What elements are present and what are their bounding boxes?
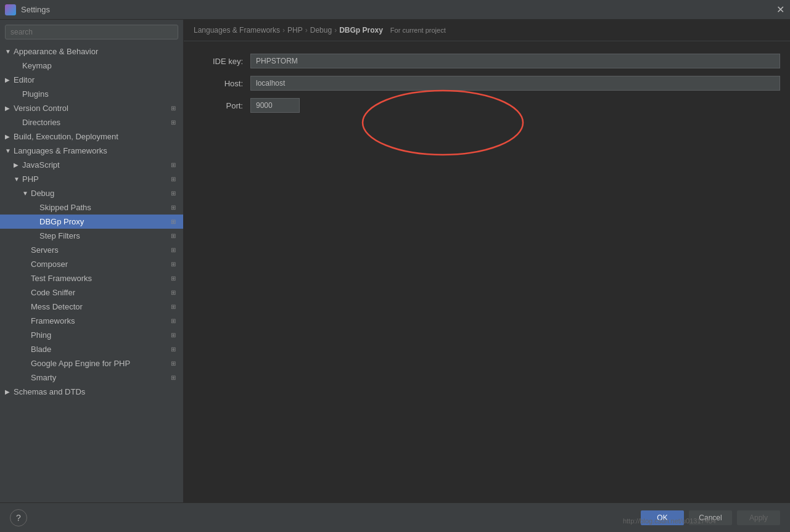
sync-icon: ⊞ <box>168 289 178 296</box>
sidebar-item-mess-detector[interactable]: Mess Detector ⊞ <box>0 300 183 314</box>
sidebar-item-label: Keymap <box>22 61 178 70</box>
sidebar-item-appearance[interactable]: Appearance & Behavior <box>0 44 183 59</box>
sync-icon: ⊞ <box>168 204 178 211</box>
bottom-bar: ? OK Cancel Apply <box>0 502 790 532</box>
host-row: Host: <box>194 76 780 91</box>
settings-content: IDE key: Host: Port: <box>184 41 790 125</box>
sidebar-item-keymap[interactable]: Keymap <box>0 59 183 73</box>
sidebar-item-label: Build, Execution, Deployment <box>14 132 178 141</box>
breadcrumb-sep: › <box>305 26 308 35</box>
breadcrumb-part-3: Debug <box>310 26 332 35</box>
sidebar-item-dbgp-proxy[interactable]: DBGp Proxy ⊞ <box>0 215 183 229</box>
close-button[interactable]: ✕ <box>775 5 785 15</box>
settings-form: IDE key: Host: Port: <box>184 41 790 125</box>
sidebar-item-debug[interactable]: Debug ⊞ <box>0 186 183 200</box>
sidebar-item-label: Frameworks <box>31 316 168 325</box>
host-input[interactable] <box>250 76 780 91</box>
sidebar-item-label: Mess Detector <box>31 302 168 311</box>
sync-icon: ⊞ <box>168 105 178 112</box>
arrow-icon <box>5 388 14 395</box>
ide-key-row: IDE key: <box>194 54 780 68</box>
sidebar-item-php[interactable]: PHP ⊞ <box>0 172 183 186</box>
ide-key-input[interactable] <box>250 54 780 68</box>
sidebar-item-google-app-engine[interactable]: Google App Engine for PHP ⊞ <box>0 356 183 370</box>
title-bar-left: Settings <box>5 4 50 15</box>
sidebar-item-label: Schemas and DTDs <box>14 387 178 396</box>
sync-icon: ⊞ <box>168 119 178 126</box>
sidebar-item-label: Test Frameworks <box>31 274 168 283</box>
sidebar-item-languages[interactable]: Languages & Frameworks <box>0 144 183 158</box>
sidebar-item-directories[interactable]: Directories ⊞ <box>0 115 183 129</box>
sidebar-item-frameworks[interactable]: Frameworks ⊞ <box>0 314 183 328</box>
sidebar-item-label: Version Control <box>14 104 168 113</box>
breadcrumb-part-2: PHP <box>287 26 303 35</box>
arrow-icon <box>14 162 22 168</box>
sidebar-item-label: Appearance & Behavior <box>14 47 178 56</box>
breadcrumb-current: DBGp Proxy <box>339 26 383 35</box>
sidebar-item-label: Phing <box>31 330 168 340</box>
sidebar-item-label: Code Sniffer <box>31 288 168 297</box>
sidebar-item-label: Debug <box>31 189 168 198</box>
sync-icon: ⊞ <box>168 317 178 324</box>
arrow-icon <box>5 48 14 55</box>
sidebar-item-label: Directories <box>22 118 168 127</box>
arrow-icon <box>22 190 31 197</box>
sync-icon: ⊞ <box>168 261 178 268</box>
title-bar: Settings ✕ <box>0 0 790 20</box>
sidebar-item-label: Skipped Paths <box>39 203 168 212</box>
sidebar-item-composer[interactable]: Composer ⊞ <box>0 257 183 271</box>
sidebar-item-editor[interactable]: Editor <box>0 73 183 87</box>
sidebar-item-label: Servers <box>31 245 168 255</box>
sidebar-item-label: Google App Engine for PHP <box>31 359 168 368</box>
sidebar-item-schemas-dtds[interactable]: Schemas and DTDs <box>0 385 183 399</box>
cancel-button[interactable]: Cancel <box>689 510 732 525</box>
host-label: Host: <box>194 79 243 88</box>
sidebar-item-step-filters[interactable]: Step Filters ⊞ <box>0 229 183 243</box>
search-input[interactable] <box>5 25 178 39</box>
apply-button[interactable]: Apply <box>737 510 780 525</box>
arrow-icon <box>5 147 14 154</box>
sidebar-item-phing[interactable]: Phing ⊞ <box>0 328 183 342</box>
sidebar-item-label: Smarty <box>31 373 168 382</box>
port-label: Port: <box>194 101 243 110</box>
sidebar-item-plugins[interactable]: Plugins <box>0 87 183 101</box>
arrow-icon <box>5 105 14 112</box>
sidebar-item-smarty[interactable]: Smarty ⊞ <box>0 370 183 385</box>
sync-icon: ⊞ <box>168 218 178 225</box>
port-row: Port: <box>194 98 780 113</box>
sidebar-item-servers[interactable]: Servers ⊞ <box>0 243 183 257</box>
sync-icon: ⊞ <box>168 275 178 282</box>
sync-icon: ⊞ <box>168 360 178 367</box>
sidebar-item-label: DBGp Proxy <box>39 217 168 226</box>
ok-button[interactable]: OK <box>641 510 684 525</box>
sync-icon: ⊞ <box>168 176 178 182</box>
breadcrumb-sep: › <box>282 26 285 35</box>
sidebar-item-label: Step Filters <box>39 231 168 240</box>
sync-icon: ⊞ <box>168 190 178 197</box>
sidebar-item-label: Languages & Frameworks <box>14 146 178 155</box>
sidebar-item-label: JavaScript <box>22 160 168 170</box>
main-layout: Appearance & Behavior Keymap Editor Plug… <box>0 20 790 502</box>
sync-icon: ⊞ <box>168 232 178 239</box>
sidebar-item-build[interactable]: Build, Execution, Deployment <box>0 129 183 144</box>
sidebar-item-label: Composer <box>31 260 168 269</box>
arrow-icon <box>5 133 14 140</box>
sidebar-item-blade[interactable]: Blade ⊞ <box>0 342 183 356</box>
sidebar-item-version-control[interactable]: Version Control ⊞ <box>0 101 183 115</box>
sidebar-item-test-frameworks[interactable]: Test Frameworks ⊞ <box>0 271 183 285</box>
sidebar-item-code-sniffer[interactable]: Code Sniffer ⊞ <box>0 285 183 300</box>
app-icon <box>5 4 16 15</box>
sync-icon: ⊞ <box>168 247 178 253</box>
breadcrumb-sep: › <box>334 26 337 35</box>
arrow-icon <box>14 176 22 182</box>
sidebar-item-label: Plugins <box>22 89 178 99</box>
sidebar-item-skipped-paths[interactable]: Skipped Paths ⊞ <box>0 200 183 215</box>
port-input[interactable] <box>250 98 300 113</box>
window-title: Settings <box>21 5 50 14</box>
sidebar-item-label: Blade <box>31 345 168 354</box>
arrow-icon <box>5 76 14 83</box>
sidebar: Appearance & Behavior Keymap Editor Plug… <box>0 20 184 502</box>
help-button[interactable]: ? <box>10 509 27 526</box>
sidebar-item-javascript[interactable]: JavaScript ⊞ <box>0 158 183 172</box>
sidebar-item-label: PHP <box>22 174 168 184</box>
